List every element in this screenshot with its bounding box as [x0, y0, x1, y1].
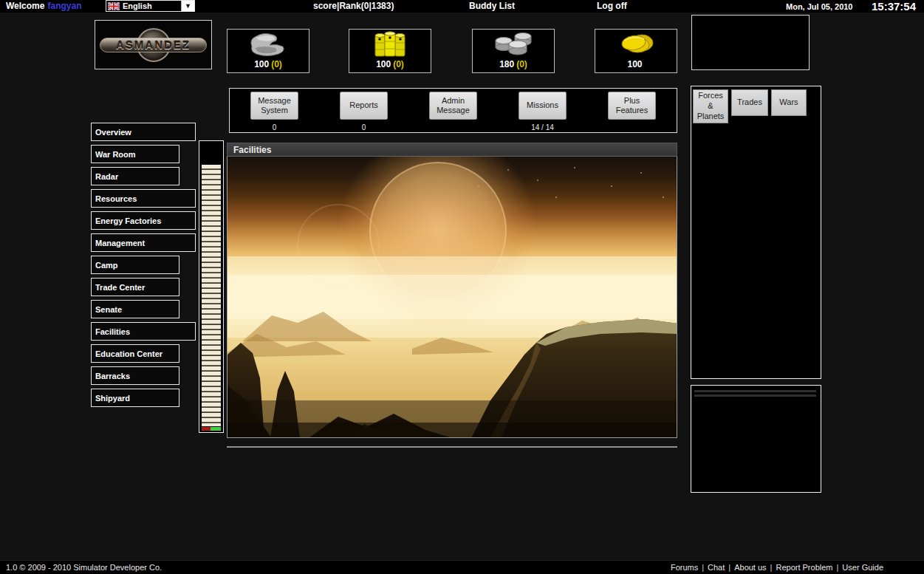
game-window: Welcomefangyan English ▼ score|Rank(0|13… [0, 0, 924, 574]
logo-title: ASMANDEZ [116, 38, 191, 51]
top-bar: Welcomefangyan English ▼ score|Rank(0|13… [0, 0, 924, 13]
footer-separator: | [837, 563, 839, 572]
dropdown-arrow-icon[interactable]: ▼ [181, 1, 194, 11]
missions-count: 14 / 14 [531, 123, 554, 131]
uk-flag-icon [108, 2, 120, 10]
menu-col-reports: Reports 0 [319, 89, 408, 132]
buddy-list-link[interactable]: Buddy List [469, 1, 515, 11]
welcome-label: Welcome [6, 1, 44, 11]
sidebar-item-energy-factories[interactable]: Energy Factories [91, 211, 196, 230]
facilities-scene-image [227, 157, 677, 438]
footer-separator: | [702, 563, 704, 572]
footer-separator: | [770, 563, 773, 572]
silver-coins-icon [473, 30, 554, 59]
tab-forces-planets[interactable]: Forces & Planets [693, 89, 728, 123]
sidebar-item-overview[interactable]: Overview [91, 123, 196, 141]
clock: 15:37:54 [872, 0, 916, 13]
message-system-button[interactable]: Message System [250, 92, 298, 120]
footer-link-report-problem[interactable]: Report Problem [776, 563, 832, 572]
footer-links: Forums|Chat|About us|Report Problem|User… [671, 563, 883, 572]
resource-fuel: 100(0) [349, 29, 431, 73]
metal-ore-icon [227, 30, 309, 59]
silver-delta: (0) [516, 59, 527, 69]
gold-amount: 100 [627, 59, 642, 69]
sidebar-item-management[interactable]: Management [91, 233, 196, 252]
game-logo: ASMANDEZ [95, 20, 212, 69]
footer-link-chat[interactable]: Chat [708, 563, 725, 572]
resource-gold-value: 100 [595, 59, 677, 69]
sidebar-item-trade-center[interactable]: Trade Center [91, 278, 179, 296]
panel-divider-line [694, 394, 816, 397]
page-title: Facilities [233, 145, 271, 155]
sidebar-item-senate[interactable]: Senate [91, 300, 179, 318]
right-tabs: Forces & Planets Trades Wars [691, 86, 821, 123]
fuel-amount: 100 [376, 59, 391, 69]
message-system-count: 0 [273, 123, 277, 131]
metal-amount: 100 [254, 59, 269, 69]
panel-divider-line [694, 390, 816, 392]
resource-silver: 180(0) [472, 29, 555, 73]
footer-link-forums[interactable]: Forums [671, 563, 698, 572]
language-selected-value: English [123, 1, 181, 10]
resource-silver-value: 180(0) [473, 59, 554, 69]
sidebar-item-education-center[interactable]: Education Center [91, 344, 179, 363]
username: fangyan [47, 1, 81, 11]
logo-emblem: ASMANDEZ [100, 27, 207, 63]
admin-message-button[interactable]: Admin Message [429, 92, 477, 120]
sidebar-item-resources[interactable]: Resources [91, 189, 196, 208]
right-lower-panel [691, 385, 821, 493]
fuel-delta: (0) [393, 59, 404, 69]
metal-delta: (0) [271, 59, 282, 69]
sidebar-item-facilities[interactable]: Facilities [91, 322, 196, 341]
energy-meter-green-indicator [211, 427, 221, 431]
sidebar-item-camp[interactable]: Camp [91, 256, 179, 274]
copyright-text: 1.0 © 2009 - 2010 Simulator Developer Co… [6, 563, 162, 572]
menu-col-message-system: Message System 0 [230, 89, 319, 132]
footer-bar: 1.0 © 2009 - 2010 Simulator Developer Co… [0, 560, 924, 574]
silver-amount: 180 [499, 59, 514, 69]
right-tab-panel: Forces & Planets Trades Wars [691, 86, 821, 379]
fuel-barrels-icon [349, 30, 431, 59]
resource-gold: 100 [595, 29, 677, 73]
sidebar-item-barracks[interactable]: Barracks [91, 366, 179, 385]
language-select[interactable]: English ▼ [106, 0, 195, 12]
resource-metal: 100(0) [227, 29, 309, 73]
tab-wars[interactable]: Wars [771, 89, 807, 116]
log-off-link[interactable]: Log off [597, 1, 627, 11]
reports-count: 0 [362, 123, 366, 131]
menu-col-plus-features: Plus Features [587, 89, 677, 132]
energy-meter-stripes [202, 165, 221, 426]
resource-metal-value: 100(0) [227, 59, 309, 69]
score-rank-link[interactable]: score|Rank(0|1383) [313, 1, 394, 11]
gold-coins-icon [595, 30, 677, 59]
welcome-text: Welcomefangyan [6, 1, 81, 11]
sidebar-item-shipyard[interactable]: Shipyard [91, 389, 179, 407]
footer-separator: | [728, 563, 730, 572]
menu-col-missions: Missions 14 / 14 [498, 89, 587, 132]
footer-link-user-guide[interactable]: User Guide [842, 563, 883, 572]
status-box [691, 15, 810, 70]
reports-button[interactable]: Reports [340, 92, 388, 120]
current-date: Mon, Jul 05, 2010 [786, 2, 852, 11]
menu-col-admin-message: Admin Message [408, 89, 498, 132]
content-divider [227, 446, 677, 448]
sidebar-item-radar[interactable]: Radar [91, 167, 179, 185]
tab-trades[interactable]: Trades [731, 89, 768, 116]
resource-fuel-value: 100(0) [349, 59, 431, 69]
plus-features-button[interactable]: Plus Features [608, 92, 656, 120]
menu-button-panel: Message System 0 Reports 0 Admin Message… [229, 88, 677, 133]
sidebar-item-war-room[interactable]: War Room [91, 145, 179, 163]
missions-button[interactable]: Missions [519, 92, 567, 120]
content-panel-header: Facilities [227, 143, 677, 157]
footer-link-about-us[interactable]: About us [734, 563, 766, 572]
energy-meter [199, 140, 224, 433]
